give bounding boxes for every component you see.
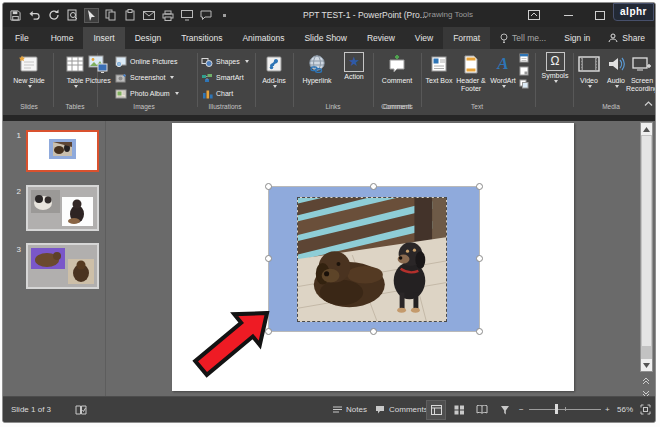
slide-thumbnail-3[interactable] — [26, 243, 99, 289]
slide-show-button[interactable] — [496, 401, 514, 419]
paste-icon[interactable] — [123, 9, 136, 22]
resize-handle-top-right[interactable] — [476, 183, 483, 190]
header-footer-label: Header & Footer — [455, 77, 487, 93]
scrollbar-thumb[interactable] — [642, 136, 651, 346]
dropdown-caret-icon — [615, 85, 619, 88]
date-time-icon[interactable] — [519, 53, 529, 63]
zoom-slider-thumb[interactable] — [555, 404, 558, 414]
dropdown-caret-icon — [502, 85, 506, 88]
slide-thumbnail-1[interactable] — [26, 130, 99, 172]
zoom-out-button[interactable]: − — [519, 397, 524, 422]
add-ins-button[interactable]: Add-ins — [259, 52, 289, 102]
dogs-photo[interactable] — [297, 197, 447, 322]
smartart-icon — [201, 73, 213, 83]
tab-animations[interactable]: Animations — [232, 27, 294, 49]
minimize-button[interactable] — [555, 3, 581, 27]
scroll-down-button[interactable] — [641, 359, 652, 371]
tab-design[interactable]: Design — [125, 27, 171, 49]
ribbon-display-options-button[interactable] — [521, 3, 547, 27]
tab-transitions[interactable]: Transitions — [171, 27, 232, 49]
audio-button[interactable]: Audio — [604, 52, 628, 102]
quick-print-icon[interactable] — [161, 9, 174, 22]
zoom-slider-track[interactable] — [529, 409, 601, 410]
tell-me-box[interactable]: Tell me... — [490, 27, 556, 49]
zoom-level[interactable]: 56% — [617, 397, 633, 422]
action-button[interactable]: ★ Action — [339, 52, 369, 102]
qat-overflow-icon[interactable] — [218, 9, 231, 22]
email-icon[interactable] — [142, 9, 155, 22]
resize-handle-mid-left[interactable] — [265, 255, 272, 262]
copy-icon[interactable] — [104, 9, 117, 22]
print-preview-icon[interactable] — [66, 9, 79, 22]
dropdown-caret-icon — [245, 60, 249, 63]
comments-toggle[interactable]: Comments — [375, 397, 428, 422]
shapes-button[interactable]: Shapes — [201, 54, 249, 69]
sign-in-button[interactable]: Sign in — [556, 27, 598, 49]
save-icon[interactable] — [9, 9, 22, 22]
resize-handle-top-left[interactable] — [265, 183, 272, 190]
resize-handle-mid-right[interactable] — [476, 255, 483, 262]
maximize-button[interactable] — [587, 3, 613, 27]
reading-view-button[interactable] — [473, 401, 491, 419]
symbols-label: Symbols — [542, 72, 569, 80]
slide-sorter-view-button[interactable] — [450, 401, 468, 419]
fit-to-window-button[interactable] — [640, 397, 651, 422]
zoom-slider[interactable] — [529, 397, 601, 422]
symbols-button[interactable]: Ω Symbols — [539, 52, 571, 102]
tab-home[interactable]: Home — [41, 27, 84, 49]
panel-divider[interactable] — [105, 121, 106, 399]
hyperlink-button[interactable]: Hyperlink — [297, 52, 337, 102]
tab-insert[interactable]: Insert — [83, 27, 124, 49]
video-button[interactable]: Video — [576, 52, 602, 102]
select-tool-icon[interactable] — [85, 9, 98, 22]
screen-recording-button[interactable]: Screen Recording — [628, 52, 656, 102]
smartart-button[interactable]: SmartArt — [201, 70, 244, 85]
quick-access-toolbar — [9, 3, 231, 27]
slide-1-number: 1 — [11, 131, 21, 140]
collapse-ribbon-button[interactable] — [644, 101, 653, 107]
omega-icon: Ω — [546, 52, 565, 71]
slide-3-number: 3 — [11, 245, 21, 254]
zoom-in-button[interactable]: + — [605, 397, 610, 422]
comment-bubble-icon[interactable] — [199, 9, 212, 22]
new-slide-button[interactable]: New Slide — [9, 52, 49, 102]
tab-file[interactable]: File — [3, 27, 41, 49]
resize-handle-bottom-right[interactable] — [476, 328, 483, 335]
chart-label: Chart — [216, 90, 233, 97]
comment-button[interactable]: Comment — [377, 52, 417, 102]
scroll-up-button[interactable] — [641, 123, 652, 135]
previous-slide-button[interactable] — [641, 376, 651, 386]
normal-view-button[interactable] — [427, 401, 445, 419]
slide-thumbnail-2[interactable] — [26, 185, 99, 231]
header-footer-button[interactable]: Header & Footer — [455, 52, 487, 102]
tab-format[interactable]: Format — [443, 27, 490, 49]
photo-album-button[interactable]: Photo Album — [115, 86, 179, 101]
screenshot-icon — [115, 73, 127, 83]
presenter-icon[interactable] — [180, 9, 193, 22]
redo-icon[interactable] — [47, 9, 60, 22]
text-box-button[interactable]: Text Box — [425, 52, 453, 102]
resize-handle-bottom-center[interactable] — [370, 328, 377, 335]
spell-check-icon[interactable] — [75, 397, 87, 422]
slide-number-icon[interactable] — [519, 66, 529, 76]
screenshot-button[interactable]: Screenshot — [115, 70, 174, 85]
shapes-label: Shapes — [216, 58, 240, 65]
vertical-scrollbar[interactable] — [640, 122, 653, 372]
undo-icon[interactable] — [28, 9, 41, 22]
tab-view[interactable]: View — [405, 27, 443, 49]
resize-handle-top-center[interactable] — [370, 183, 377, 190]
alphr-logo: alphr — [613, 3, 654, 21]
share-button[interactable]: Share — [598, 27, 655, 49]
object-icon[interactable] — [519, 79, 529, 89]
online-pictures-button[interactable]: Online Pictures — [115, 54, 177, 69]
tab-slide-show[interactable]: Slide Show — [294, 27, 357, 49]
tab-review[interactable]: Review — [357, 27, 405, 49]
picture-placeholder-selected[interactable] — [269, 187, 479, 331]
pictures-button[interactable]: Pictures — [81, 52, 115, 102]
chart-button[interactable]: Chart — [201, 86, 233, 101]
wordart-icon: A — [497, 52, 508, 76]
wordart-button[interactable]: A WordArt — [489, 52, 517, 102]
hyperlink-icon — [306, 52, 328, 76]
dropdown-caret-icon — [170, 76, 174, 79]
notes-toggle[interactable]: Notes — [333, 397, 367, 422]
